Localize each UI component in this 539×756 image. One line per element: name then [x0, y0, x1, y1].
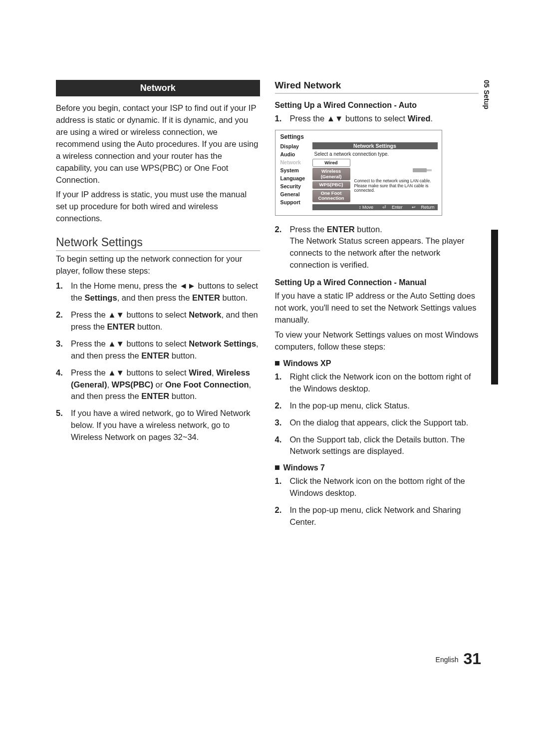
side-tab: 05 Setup — [483, 80, 495, 109]
tv-menu-item: Security — [279, 182, 312, 190]
step-text: Press the ▲▼ buttons to select Network S… — [71, 338, 260, 362]
tv-menu-item: Audio — [279, 150, 312, 158]
list-item: 5.If you have a wired network, go to Wir… — [56, 407, 260, 443]
settings-screenshot: Settings Display Audio Network System La… — [275, 130, 442, 216]
step-text: Press the ▲▼ buttons to select Network, … — [71, 309, 260, 333]
step-text: Press the ENTER button.The Network Statu… — [290, 224, 479, 272]
step-text: On the dialog that appears, click the Su… — [290, 417, 469, 429]
tv-sidebar: Display Audio Network System Language Se… — [279, 142, 312, 210]
step-text: In the pop-up menu, click Network and Sh… — [290, 504, 479, 528]
wired-auto-heading: Setting Up a Wired Connection - Auto — [275, 101, 479, 110]
step-text: If you have a wired network, go to Wired… — [71, 407, 260, 443]
tv-menu-item: General — [279, 190, 312, 198]
step-text: Right click the Network icon on the bott… — [290, 371, 479, 395]
network-settings-steps: 1.In the Home menu, press the ◄► buttons… — [56, 280, 260, 443]
tv-option: Wired — [312, 159, 350, 167]
left-column: Network Before you begin, contact your I… — [56, 80, 260, 533]
list-item: 2.Press the ENTER button.The Network Sta… — [275, 224, 479, 272]
step-text: Press the ▲▼ buttons to select Wired, Wi… — [71, 367, 260, 403]
windows-xp-label: Windows XP — [275, 359, 479, 368]
tv-instruction: Select a network connection type. — [312, 150, 438, 158]
page-footer: English 31 — [436, 650, 481, 668]
list-item: 3.Press the ▲▼ buttons to select Network… — [56, 338, 260, 362]
step-text: In the pop-up menu, click Status. — [290, 400, 410, 412]
wired-manual-heading: Setting Up a Wired Connection - Manual — [275, 278, 479, 287]
page-number: 31 — [463, 650, 481, 668]
tv-preview-pane: Connect to the network using LAN cable. … — [353, 159, 438, 203]
intro-para-2: If your IP address is static, you must u… — [56, 189, 260, 225]
tv-option: One Foot Connection — [312, 190, 350, 202]
list-item: 1.Right click the Network icon on the bo… — [275, 371, 479, 395]
right-column: Wired Network Setting Up a Wired Connect… — [275, 80, 492, 533]
list-item: 2.In the pop-up menu, click Status. — [275, 400, 479, 412]
section-banner: Network — [56, 80, 260, 96]
chapter-label: Setup — [483, 90, 491, 109]
network-settings-lead: To begin setting up the network connecti… — [56, 253, 260, 277]
page-body: Network Before you begin, contact your I… — [0, 0, 539, 563]
wired-network-heading: Wired Network — [275, 80, 479, 94]
tv-menu-item: System — [279, 166, 312, 174]
list-item: 1.Click the Network icon on the bottom r… — [275, 475, 479, 499]
windows-xp-steps: 1.Right click the Network icon on the bo… — [275, 371, 479, 458]
chapter-number: 05 — [483, 80, 491, 88]
list-item: 4.Press the ▲▼ buttons to select Wired, … — [56, 367, 260, 403]
tv-menu-item: Support — [279, 198, 312, 206]
windows-7-label: Windows 7 — [275, 463, 479, 472]
tv-menu-item: Language — [279, 174, 312, 182]
step-text: In the Home menu, press the ◄► buttons t… — [71, 280, 260, 304]
footer-language: English — [436, 656, 459, 664]
tv-banner: Network Settings — [312, 142, 438, 149]
step-text: Press the ▲▼ buttons to select Wired. — [290, 113, 433, 125]
manual-para-1: If you have a static IP address or the A… — [275, 290, 479, 326]
tv-menu-item: Display — [279, 142, 312, 150]
tv-hint-text: Connect to the network using LAN cable. … — [354, 179, 437, 193]
step-text: Click the Network icon on the bottom rig… — [290, 475, 479, 499]
wired-auto-steps: 1.Press the ▲▼ buttons to select Wired. — [275, 113, 479, 125]
list-item: 2.In the pop-up menu, click Network and … — [275, 504, 479, 528]
thumb-index-bar — [491, 230, 498, 384]
list-item: 1.In the Home menu, press the ◄► buttons… — [56, 280, 260, 304]
tv-menu-item: Network — [279, 158, 312, 166]
manual-para-2: To view your Network Settings values on … — [275, 329, 479, 353]
list-item: 3.On the dialog that appears, click the … — [275, 417, 479, 429]
step-text: On the Support tab, click the Details bu… — [290, 434, 479, 458]
tv-option: Wireless (General) — [312, 168, 350, 180]
list-item: 1.Press the ▲▼ buttons to select Wired. — [275, 113, 479, 125]
ethernet-plug-icon — [413, 168, 435, 173]
intro-para-1: Before you begin, contact your ISP to fi… — [56, 102, 260, 186]
windows-7-steps: 1.Click the Network icon on the bottom r… — [275, 475, 479, 528]
tv-options: Wired Wireless (General) WPS(PBC) One Fo… — [312, 159, 350, 203]
network-settings-heading: Network Settings — [56, 236, 260, 251]
tv-window-title: Settings — [280, 133, 438, 140]
list-item: 2.Press the ▲▼ buttons to select Network… — [56, 309, 260, 333]
list-item: 4.On the Support tab, click the Details … — [275, 434, 479, 458]
tv-option: WPS(PBC) — [312, 181, 350, 188]
wired-auto-steps-cont: 2.Press the ENTER button.The Network Sta… — [275, 224, 479, 272]
tv-footer-bar: ↕ > MoveMove ⏎ Enter ↩ Return — [312, 204, 438, 210]
